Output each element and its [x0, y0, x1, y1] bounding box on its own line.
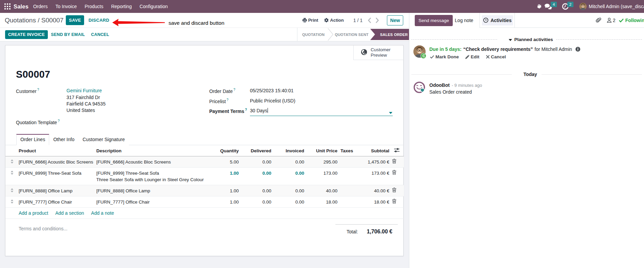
activity-clock-icon[interactable]: 2: [562, 3, 573, 10]
add-a-note-link[interactable]: Add a note: [91, 210, 114, 216]
attachments-icon[interactable]: [596, 17, 601, 23]
cell-product[interactable]: [FURN_8888] Office Lamp: [19, 185, 96, 196]
order-date-value[interactable]: 05/25/2023 15:40:01: [250, 88, 293, 93]
cell-delivered[interactable]: 0.00: [239, 196, 271, 207]
menu-reporting[interactable]: Reporting: [107, 0, 136, 13]
send-message-button[interactable]: Send message: [415, 15, 453, 26]
cell-invoiced[interactable]: 0.00: [271, 167, 304, 185]
dropdown-caret-icon[interactable]: [389, 110, 392, 115]
terms-placeholder[interactable]: Terms and conditions...: [19, 226, 67, 235]
order-line-row[interactable]: [FURN_8999] Three-Seat Sofa [FURN_8999] …: [5, 167, 404, 185]
cell-delivered[interactable]: 0.00: [239, 167, 271, 185]
product-column-header[interactable]: Product: [19, 145, 96, 156]
status-quotation[interactable]: QUOTATION: [297, 28, 327, 41]
log-note-button[interactable]: Log note: [453, 15, 475, 25]
menu-configuration[interactable]: Configuration: [136, 0, 172, 13]
cell-unit-price[interactable]: 173.00: [304, 167, 337, 185]
add-a-section-link[interactable]: Add a section: [55, 210, 84, 216]
cell-product[interactable]: [FURN_8999] Three-Seat Sofa: [19, 167, 96, 185]
tab-order-lines[interactable]: Order Lines: [16, 134, 49, 145]
tab-other-info[interactable]: Other Info: [49, 134, 78, 145]
unit-price-column-header[interactable]: Unit Price: [304, 145, 337, 156]
cell-invoiced[interactable]: 0.00: [271, 196, 304, 207]
customer-preview-button[interactable]: Customer Preview: [353, 45, 403, 60]
cancel-button[interactable]: CANCEL: [88, 31, 112, 39]
description-column-header[interactable]: Description: [96, 145, 217, 156]
menu-products[interactable]: Products: [81, 0, 107, 13]
activities-button[interactable]: Activities: [482, 15, 513, 25]
followers-button[interactable]: 2: [607, 18, 616, 23]
new-button[interactable]: New: [387, 15, 403, 25]
message-author[interactable]: OdooBot: [429, 82, 450, 88]
user-avatar[interactable]: [579, 3, 587, 10]
cell-quantity[interactable]: 1.00: [217, 167, 239, 185]
cancel-activity-button[interactable]: Cancel: [486, 54, 506, 59]
create-invoice-button[interactable]: CREATE INVOICE: [5, 30, 48, 39]
drag-handle-icon[interactable]: [5, 156, 19, 167]
delete-line-icon[interactable]: [389, 156, 404, 167]
payment-terms-input[interactable]: 30 Days: [250, 108, 393, 116]
cell-unit-price[interactable]: 295.00: [304, 156, 337, 167]
cell-quantity[interactable]: 1.00: [217, 196, 239, 207]
cell-delivered[interactable]: 0.00: [239, 156, 271, 167]
delete-line-icon[interactable]: [389, 167, 404, 185]
cell-taxes[interactable]: [337, 156, 358, 167]
quantity-column-header[interactable]: Quantity: [217, 145, 239, 156]
discard-button[interactable]: DISCARD: [89, 16, 109, 25]
delete-line-icon[interactable]: [389, 196, 404, 207]
print-button[interactable]: Print: [303, 18, 318, 23]
cell-invoiced[interactable]: 0.00: [271, 185, 304, 196]
action-button[interactable]: Action: [324, 18, 344, 23]
subtotal-column-header[interactable]: Subtotal: [358, 145, 389, 156]
cell-quantity[interactable]: 1.00: [217, 185, 239, 196]
messages-icon[interactable]: 4: [544, 3, 557, 10]
pager-next-icon[interactable]: [373, 16, 382, 24]
menu-orders[interactable]: Orders: [29, 0, 52, 13]
status-sales-order[interactable]: SALES ORDER: [370, 29, 409, 40]
user-name[interactable]: Mitchell Admin (save_discard: [589, 4, 644, 9]
cell-description[interactable]: [FURN_6666] Acoustic Bloc Screens: [96, 156, 217, 167]
app-name[interactable]: Sales: [14, 3, 28, 10]
menu-to-invoice[interactable]: To Invoice: [52, 0, 81, 13]
cell-delivered[interactable]: 0.00: [239, 185, 271, 196]
breadcrumb-quotations[interactable]: Quotations: [5, 17, 36, 24]
drag-handle-icon[interactable]: [5, 185, 19, 196]
cell-product[interactable]: [FURN_7777] Office Chair: [19, 196, 96, 207]
delete-line-icon[interactable]: [389, 185, 404, 196]
order-line-row[interactable]: [FURN_8888] Office Lamp [FURN_8888] Offi…: [5, 185, 404, 196]
optional-columns-icon[interactable]: [389, 145, 404, 156]
drag-handle-icon[interactable]: [5, 196, 19, 207]
order-line-row[interactable]: [FURN_6666] Acoustic Bloc Screens [FURN_…: [5, 156, 404, 167]
order-line-row[interactable]: [FURN_7777] Office Chair [FURN_7777] Off…: [5, 196, 404, 207]
save-button[interactable]: SAVE: [66, 15, 84, 25]
info-icon[interactable]: [575, 47, 580, 52]
planned-activities-toggle[interactable]: Planned activities: [506, 37, 556, 42]
apps-grid-icon[interactable]: [4, 3, 11, 9]
cell-description[interactable]: [FURN_8999] Three-Seat SofaThree Seater …: [96, 167, 217, 185]
bug-icon[interactable]: [536, 4, 542, 9]
cell-unit-price[interactable]: 18.00: [304, 196, 337, 207]
cell-description[interactable]: [FURN_7777] Office Chair: [96, 196, 217, 207]
cell-taxes[interactable]: [337, 167, 358, 185]
cell-taxes[interactable]: [337, 196, 358, 207]
cell-quantity[interactable]: 5.00: [217, 156, 239, 167]
pricelist-value[interactable]: Public Pricelist (USD): [250, 98, 295, 103]
drag-handle-icon[interactable]: [5, 167, 19, 185]
status-quotation-sent[interactable]: QUOTATION SENT: [332, 28, 370, 41]
mark-done-button[interactable]: Mark Done: [430, 54, 459, 59]
cell-invoiced[interactable]: 0.00: [271, 156, 304, 167]
add-a-product-link[interactable]: Add a product: [19, 210, 48, 216]
cell-unit-price[interactable]: 40.00: [304, 185, 337, 196]
taxes-column-header[interactable]: Taxes: [337, 145, 358, 156]
send-by-email-button[interactable]: SEND BY EMAIL: [48, 31, 88, 39]
cell-product[interactable]: [FURN_6666] Acoustic Bloc Screens: [19, 156, 96, 167]
delivered-column-header[interactable]: Delivered: [239, 145, 271, 156]
tab-customer-signature[interactable]: Customer Signature: [78, 134, 129, 145]
invoiced-column-header[interactable]: Invoiced: [271, 145, 304, 156]
order-title[interactable]: S00007: [16, 69, 393, 80]
customer-link[interactable]: Gemini Furniture: [66, 88, 105, 93]
edit-activity-button[interactable]: Edit: [465, 54, 480, 59]
pager-previous-icon[interactable]: [365, 16, 373, 24]
following-button[interactable]: Following: [619, 18, 644, 23]
activity-avatar[interactable]: [413, 45, 426, 58]
